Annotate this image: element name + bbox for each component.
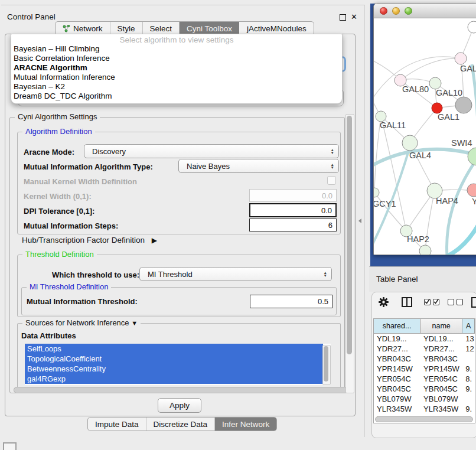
- algorithm-option-basic-correlation-inference[interactable]: Basic Correlation Inference: [11, 54, 342, 63]
- table-row[interactable]: YDL19...YDL19...13: [374, 334, 475, 344]
- network-window-titlebar[interactable]: [374, 4, 476, 18]
- data-attributes-list: SelfLoopsTopologicalCoefficientBetweenne…: [25, 344, 331, 385]
- show-selected-icon[interactable]: [424, 299, 439, 305]
- table-panel-header: Table Panel: [369, 266, 476, 292]
- algorithm-popup: Select algorithm to view settings Bayesi…: [11, 34, 343, 104]
- hub-definition-toggle[interactable]: Hub/Transcription Factor Definition ▶: [22, 236, 157, 244]
- mi-steps-label: Mutual Information Steps:: [24, 221, 118, 230]
- tab-impute-data[interactable]: Impute Data: [88, 418, 146, 431]
- network-edge[interactable]: [472, 64, 476, 152]
- mi-threshold-group: MI Threshold Definition Mutual Informati…: [21, 287, 337, 315]
- node-table: shared...nameA YDL19...YDL19...13YDR27..…: [373, 318, 475, 423]
- table-cell: YPR145W: [374, 364, 420, 374]
- close-panel-icon[interactable]: ✕: [351, 14, 357, 21]
- manual-kernel-checkbox[interactable]: [327, 176, 336, 185]
- settings-vscrollbar[interactable]: [345, 114, 354, 393]
- sources-group-title[interactable]: Sources for Network Inference ▼: [22, 318, 141, 328]
- network-edge[interactable]: [374, 193, 406, 231]
- splitter-collapse-handle[interactable]: [358, 219, 361, 223]
- table-cell: 13: [462, 334, 475, 344]
- which-threshold-combo[interactable]: MI Threshold ▲▼: [139, 267, 332, 281]
- manual-kernel-label: Manual Kernel Width Definition: [24, 177, 137, 186]
- bottom-tab-strip: Impute DataDiscretize DataInfer Network: [87, 417, 277, 431]
- mi-type-label: Mutual Information Algorithm Type:: [24, 162, 153, 171]
- table-cell: 9.: [462, 384, 475, 394]
- show-unselected-icon[interactable]: [448, 299, 463, 305]
- network-edge[interactable]: [400, 58, 461, 80]
- network-node[interactable]: [455, 53, 467, 64]
- node-label-gcy1: GCY1: [374, 199, 396, 208]
- attribute-item-gal4rgexp[interactable]: gal4RGexp: [25, 374, 323, 384]
- settings-hscrollbar[interactable]: [14, 387, 353, 393]
- column-header-shared[interactable]: shared...: [374, 319, 420, 334]
- tab-select[interactable]: Select: [142, 22, 180, 35]
- node-label-gal80: GAL80: [402, 84, 429, 94]
- mi-steps-field[interactable]: 6: [249, 219, 337, 231]
- tab-discretize-data[interactable]: Discretize Data: [146, 418, 215, 431]
- attributes-scrollbar[interactable]: [322, 345, 331, 385]
- algorithm-option-bayesian-k2[interactable]: Bayesian – K2: [11, 82, 342, 92]
- network-node[interactable]: [429, 77, 441, 89]
- table-header-row: shared...nameA: [374, 319, 475, 334]
- minimized-panel-icon[interactable]: [3, 442, 17, 450]
- network-node[interactable]: [467, 184, 476, 197]
- column-header-name[interactable]: name: [420, 319, 462, 334]
- tab-infer-network[interactable]: Infer Network: [214, 418, 276, 431]
- table-row[interactable]: YPR145WYPR145W9.: [374, 364, 475, 374]
- table-row[interactable]: YBR043CYBR043C: [374, 354, 475, 364]
- minimize-button[interactable]: [392, 7, 400, 15]
- algorithm-option-aracne-algorithm[interactable]: ARACNE Algorithm: [11, 63, 342, 73]
- attribute-item-selfloops[interactable]: SelfLoops: [25, 344, 323, 354]
- network-edge[interactable]: [447, 158, 476, 255]
- table-cell: 12: [462, 344, 475, 354]
- mi-threshold-field[interactable]: 0.5: [250, 295, 332, 308]
- table-row[interactable]: YLR345WYLR345W9.: [374, 404, 475, 414]
- table-cell: 8.: [462, 374, 475, 384]
- network-graph[interactable]: GALGAL80GAL10GAL1GAL11SWI4GAL4GCY1HAP4YH…: [374, 18, 476, 255]
- aracne-mode-combo[interactable]: Discovery ▲▼: [84, 144, 339, 158]
- network-node[interactable]: [402, 135, 418, 151]
- table-row[interactable]: YDR27...YDR27...12: [374, 344, 475, 354]
- algorithm-option-dream8-dc-tdc-algorithm[interactable]: Dream8 DC_TDC Algorithm: [11, 92, 342, 101]
- network-node[interactable]: [455, 97, 472, 113]
- network-node[interactable]: [419, 245, 431, 255]
- node-label-swi4: SWI4: [451, 138, 472, 148]
- combo-arrows-icon: ▲▼: [331, 148, 334, 154]
- apply-button[interactable]: Apply: [158, 398, 201, 413]
- table-row[interactable]: YBR045CYBR045C9.: [374, 384, 475, 394]
- dpi-tolerance-field[interactable]: 0.0: [249, 203, 337, 217]
- which-threshold-label: Which threshold to use:: [52, 270, 139, 279]
- close-button[interactable]: [380, 7, 387, 15]
- float-window-icon[interactable]: [340, 14, 346, 21]
- table-row[interactable]: YER054CYER054C8.: [374, 374, 475, 384]
- tab-jactivemnodules[interactable]: jActiveMNodules: [239, 22, 314, 35]
- kernel-width-label: Kernel Width (0,1):: [24, 192, 92, 201]
- tab-label: Discretize Data: [154, 420, 208, 429]
- network-node[interactable]: [374, 188, 379, 197]
- apply-button-label: Apply: [169, 401, 190, 410]
- network-node[interactable]: [468, 148, 476, 165]
- export-table-icon[interactable]: [471, 297, 476, 311]
- node-label-hap2: HAP2: [407, 234, 429, 244]
- attribute-item-topologicalcoefficient[interactable]: TopologicalCoefficient: [25, 354, 323, 364]
- combo-arrows-icon: ▲▼: [324, 271, 327, 277]
- mi-type-combo[interactable]: Naive Bayes ▲▼: [178, 159, 339, 173]
- tab-cyni-toolbox[interactable]: Cyni Toolbox: [179, 22, 239, 35]
- network-view[interactable]: GALGAL80GAL10GAL1GAL11SWI4GAL4GCY1HAP4YH…: [374, 18, 476, 255]
- network-node[interactable]: [468, 21, 476, 33]
- table-row[interactable]: YBL079WYBL079W: [374, 394, 475, 404]
- zoom-button[interactable]: [405, 7, 412, 15]
- network-window[interactable]: GALGAL80GAL10GAL1GAL11SWI4GAL4GCY1HAP4YH…: [373, 3, 476, 255]
- sources-group: Sources for Network Inference ▼ Data Att…: [17, 323, 341, 393]
- column-header-a[interactable]: A: [462, 319, 475, 334]
- algorithm-option-mutual-information-inference[interactable]: Mutual Information Inference: [11, 73, 342, 82]
- gear-icon[interactable]: [379, 297, 389, 309]
- kernel-width-field[interactable]: 0.0: [249, 189, 337, 202]
- column-view-icon[interactable]: [402, 297, 413, 309]
- tab-style[interactable]: Style: [110, 22, 142, 35]
- algorithm-option-bayesian-hill-climbing[interactable]: Bayesian – Hill Climbing: [11, 44, 342, 54]
- tab-network[interactable]: Network: [56, 22, 110, 35]
- table-cell: YPR145W: [420, 364, 462, 374]
- table-hscrollbar[interactable]: [375, 416, 473, 422]
- attribute-item-betweennesscentrality[interactable]: BetweennessCentrality: [25, 364, 323, 374]
